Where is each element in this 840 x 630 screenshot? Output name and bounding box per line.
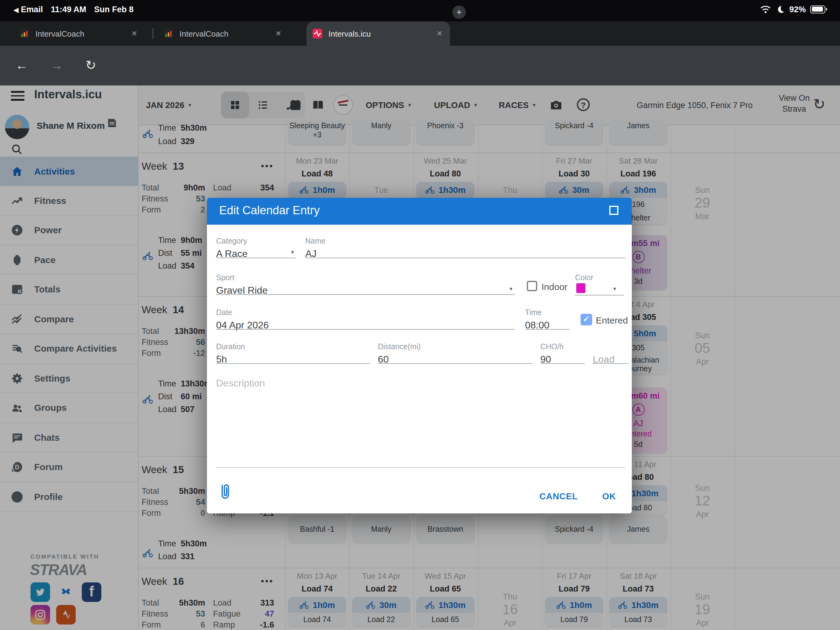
time-label: Time <box>525 308 570 317</box>
distance-label: Distance(mi) <box>378 343 532 351</box>
plus-icon: + <box>456 7 462 17</box>
duration-field[interactable]: Duration 5h <box>216 343 370 364</box>
ok-button[interactable]: OK <box>602 491 616 501</box>
date-field[interactable]: Date 04 Apr 2026 <box>216 308 515 330</box>
chevron-down-icon: ▼ <box>508 286 513 292</box>
cho-label: CHO/h <box>540 343 585 351</box>
entered-label: Entered <box>596 315 628 325</box>
edit-calendar-entry-dialog: Edit Calendar Entry Category A Race ▼ Na… <box>207 198 632 513</box>
back-to-app[interactable]: ◀ Email <box>13 5 43 14</box>
dialog-header: Edit Calendar Entry <box>207 198 632 225</box>
entered-checkbox[interactable]: ✓ <box>581 314 592 325</box>
back-triangle-icon: ◀ <box>13 6 19 13</box>
sport-label: Sport <box>216 273 515 282</box>
browser-tab[interactable]: Intervals.icu✕ <box>306 21 450 46</box>
tab-title: IntervalCoach <box>180 29 275 38</box>
dialog-title: Edit Calendar Entry <box>219 204 320 217</box>
browser-toolbar: ← → ↻ intervals.icu 3 <box>0 46 840 85</box>
maximize-icon[interactable] <box>609 206 618 215</box>
battery-icon <box>810 5 825 13</box>
color-label: Color <box>575 273 594 282</box>
color-swatch[interactable] <box>576 283 586 293</box>
browser-tab[interactable]: IntervalCoach✕ <box>158 21 289 46</box>
reload-button[interactable]: ↻ <box>85 58 96 73</box>
name-field[interactable]: Name AJ <box>305 237 625 258</box>
tab-divider <box>153 28 153 39</box>
moon-icon <box>776 5 785 14</box>
distance-field[interactable]: Distance(mi) 60 <box>378 343 532 364</box>
category-field[interactable]: Category A Race ▼ <box>216 237 296 258</box>
chart-favicon <box>19 29 29 38</box>
cancel-button[interactable]: CANCEL <box>539 491 578 501</box>
pulse-favicon <box>313 29 322 38</box>
close-icon[interactable]: ✕ <box>131 29 137 38</box>
status-date: Sun Feb 8 <box>94 5 134 14</box>
attachment-icon[interactable] <box>218 482 232 502</box>
date-label: Date <box>216 308 515 317</box>
chart-favicon <box>164 29 174 38</box>
screen: ◀ Email 11:49 AM Sun Feb 8 92% IntervalC… <box>0 0 840 630</box>
back-button[interactable]: ← <box>15 58 28 73</box>
chevron-down-icon: ▼ <box>290 249 295 255</box>
duration-label: Duration <box>216 343 370 351</box>
category-label: Category <box>216 237 296 245</box>
browser-tab[interactable]: IntervalCoach✕ <box>13 21 145 46</box>
wifi-icon <box>759 4 772 14</box>
chevron-down-icon: ▼ <box>612 286 617 292</box>
clock: 11:49 AM <box>51 5 86 14</box>
status-bar: ◀ Email 11:49 AM Sun Feb 8 92% <box>0 0 840 21</box>
back-app-label: Email <box>21 5 43 14</box>
tab-strip: IntervalCoach✕IntervalCoach✕Intervals.ic… <box>0 21 840 46</box>
check-icon: ✓ <box>583 314 590 324</box>
load-field[interactable]: Load <box>593 343 628 364</box>
name-label: Name <box>305 237 625 245</box>
new-tab-button[interactable]: + <box>452 5 466 19</box>
forward-button[interactable]: → <box>50 58 63 73</box>
description-placeholder[interactable]: Description <box>216 378 265 389</box>
tab-title: IntervalCoach <box>35 29 131 38</box>
indoor-checkbox[interactable] <box>527 281 537 291</box>
time-field[interactable]: Time 08:00 <box>525 308 570 330</box>
close-icon[interactable]: ✕ <box>275 29 281 38</box>
indoor-label: Indoor <box>542 281 567 292</box>
cho-field[interactable]: CHO/h 90 <box>540 343 585 364</box>
battery-percent: 92% <box>789 5 806 14</box>
close-icon[interactable]: ✕ <box>436 29 442 38</box>
sport-field[interactable]: Sport Gravel Ride ▼ <box>216 273 515 295</box>
tab-title: Intervals.icu <box>328 29 436 38</box>
